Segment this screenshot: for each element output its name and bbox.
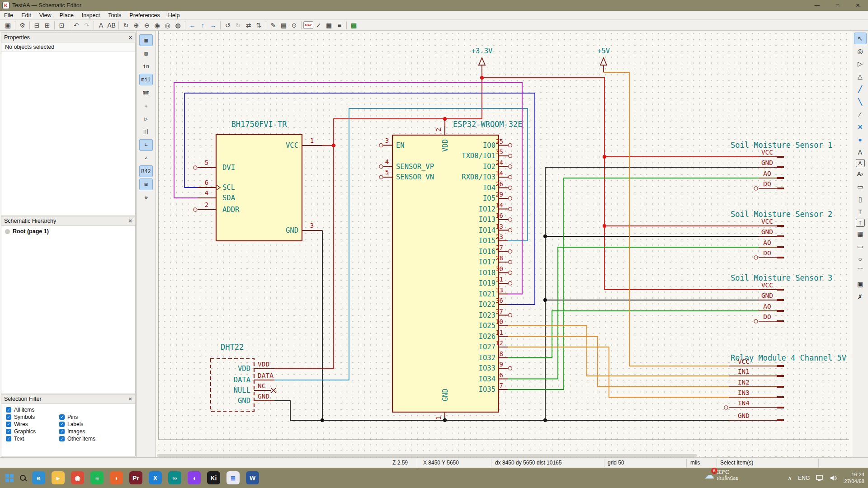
symbol-library-browser-button[interactable]: ▤ (278, 20, 289, 30)
image-button[interactable]: ▣ (854, 278, 867, 290)
checkbox-icon[interactable]: ✓ (6, 436, 11, 441)
checkbox-icon[interactable]: ✓ (59, 429, 65, 434)
menu-preferences[interactable]: Preferences (125, 11, 164, 19)
draw-bus-button[interactable]: ╲ (854, 96, 867, 108)
checkbox-icon[interactable]: ✓ (6, 414, 11, 420)
text-box-button[interactable]: T (856, 219, 865, 227)
app-file-explorer[interactable]: ▸ (52, 471, 65, 484)
junction-dot[interactable] (443, 117, 447, 121)
checkbox-icon[interactable]: ✓ (59, 414, 65, 420)
hierarchy-navigator-button[interactable]: ⊟ (139, 178, 153, 190)
checkbox-icon[interactable]: ✓ (6, 429, 11, 434)
checkbox-icon[interactable]: ✓ (6, 407, 11, 413)
place-power-button[interactable]: △ (854, 70, 867, 82)
filter-all-items[interactable]: ✓All items (6, 406, 131, 413)
page-settings-button[interactable]: ⚙ (17, 20, 28, 30)
wire[interactable] (508, 326, 777, 376)
mirror-v-button[interactable]: ⇅ (254, 20, 264, 30)
sheet-pin-button[interactable]: ▯ (854, 193, 867, 205)
hierarchy-root-item[interactable]: Root (page 1) (1, 226, 135, 237)
nav-up-button[interactable]: ↑ (198, 20, 208, 30)
menu-help[interactable]: Help (164, 11, 184, 19)
junction-dot[interactable] (543, 298, 547, 302)
zoom-in-button[interactable]: ⊕ (131, 20, 142, 30)
menu-tools[interactable]: Tools (104, 11, 125, 19)
place-symbol-button[interactable]: ▷ (854, 58, 867, 70)
zoom-fit-button[interactable]: ◉ (152, 20, 162, 30)
weather-widget[interactable]: ☁ 5 33°C ฝนเล็กน้อย (704, 469, 738, 482)
table-button[interactable]: ▦ (854, 228, 867, 239)
close-icon[interactable]: ✕ (128, 396, 132, 402)
wire[interactable] (604, 72, 777, 366)
network-icon[interactable] (816, 475, 824, 481)
checkbox-icon[interactable]: ✓ (59, 422, 65, 427)
zoom-selection-button[interactable]: ◍ (173, 20, 183, 30)
arc-button[interactable]: ⌒ (854, 266, 867, 277)
rotate-cw-button[interactable]: ↻ (233, 20, 243, 30)
junction-dot[interactable] (332, 144, 335, 147)
delete-tool-button[interactable]: ✗ (854, 291, 867, 303)
start-button[interactable] (5, 474, 14, 482)
zoom-objects-button[interactable]: ◎ (162, 20, 173, 30)
mirror-h-button[interactable]: ⇄ (243, 20, 254, 30)
schematic-canvas[interactable]: +3.3V+5VBH1750FVI-TR5DVI6SCL4SDA2ADDR1VC… (156, 31, 852, 457)
close-icon[interactable]: ✕ (128, 35, 132, 41)
undo-button[interactable]: ↶ (71, 20, 81, 30)
wire-free-angle-button[interactable]: 〣 (139, 126, 153, 138)
junction-button[interactable]: ● (854, 134, 867, 145)
junction-dot[interactable] (543, 235, 547, 238)
paste-button[interactable]: ⊡ (57, 20, 67, 30)
junction-dot[interactable] (543, 418, 547, 422)
checkbox-icon[interactable]: ✓ (6, 422, 11, 427)
hidden-pins-button[interactable]: ▷ (139, 113, 153, 125)
print-button[interactable]: ⊟ (32, 20, 42, 30)
assign-footprints-button[interactable]: ⊙ (289, 20, 299, 30)
rectangle-button[interactable]: ▭ (854, 240, 867, 252)
filter-images[interactable]: ✓Images (59, 428, 127, 435)
filter-symbols[interactable]: ✓Symbols (6, 413, 59, 421)
wire[interactable] (508, 311, 777, 358)
grid-lines-button[interactable]: ▨ (139, 47, 153, 59)
minimize-button[interactable]: — (807, 0, 827, 11)
app-camtasia[interactable]: ∞ (168, 471, 181, 484)
app-messenger[interactable]: ◖ (188, 471, 201, 484)
erc-button[interactable]: ✓ (313, 20, 324, 30)
save-button[interactable]: ▣ (3, 20, 13, 30)
menu-inspect[interactable]: Inspect (78, 11, 104, 19)
maximize-button[interactable]: □ (827, 0, 848, 11)
unit-inches-button[interactable]: in (139, 61, 153, 72)
circle-button[interactable]: ○ (854, 253, 867, 265)
net-label-button[interactable]: A (854, 146, 867, 158)
open-pcb-editor-button[interactable]: ▩ (349, 20, 359, 30)
rotate-ccw-button[interactable]: ↺ (222, 20, 233, 30)
menu-view[interactable]: View (35, 11, 56, 19)
wire[interactable] (274, 401, 777, 420)
draw-wire-button[interactable]: ╱ (854, 83, 867, 95)
text-button[interactable]: T (854, 206, 867, 218)
app-premiere[interactable]: Pr (129, 471, 142, 484)
junction-dot[interactable] (603, 224, 606, 228)
app-chrome[interactable]: ◉ (71, 471, 84, 484)
properties-toggle-button[interactable]: ⚒ (139, 192, 153, 203)
redo-button[interactable]: ↷ (81, 20, 92, 30)
filter-wires[interactable]: ✓Wires (6, 421, 59, 428)
app-notepad[interactable]: ≣ (226, 471, 240, 484)
find-button[interactable]: A (96, 20, 106, 30)
bom-button[interactable]: ≡ (334, 20, 344, 30)
menu-place[interactable]: Place (56, 11, 78, 19)
bus-entry-button[interactable]: ∕ (854, 108, 867, 120)
power-arrow-icon[interactable] (600, 58, 607, 65)
plot-button[interactable]: ⊞ (42, 20, 52, 30)
app-kicad[interactable]: Ki (207, 471, 220, 484)
unit-mils-button[interactable]: mil (139, 74, 153, 85)
global-label-button[interactable]: A (856, 159, 865, 167)
search-icon[interactable] (20, 475, 26, 481)
app-word[interactable]: W (246, 471, 259, 484)
nav-forward-button[interactable]: → (208, 20, 218, 30)
filter-pins[interactable]: ✓Pins (59, 413, 127, 421)
junction-dot[interactable] (321, 418, 324, 422)
close-icon[interactable]: ✕ (128, 218, 132, 224)
hierarchical-sheet-button[interactable]: ▭ (854, 181, 867, 192)
junction-dot[interactable] (603, 155, 606, 159)
menu-edit[interactable]: Edit (17, 11, 35, 19)
